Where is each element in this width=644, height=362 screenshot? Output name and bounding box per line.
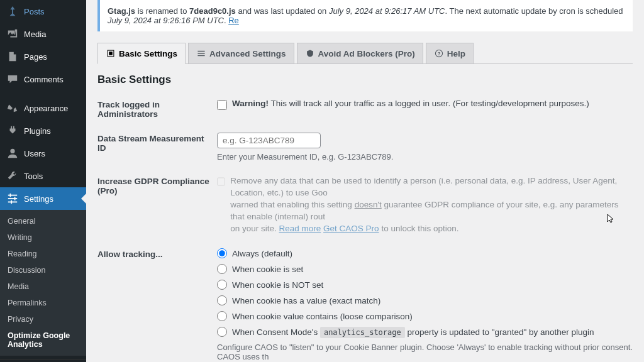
sidebar-item-label: Appearance [24,104,68,113]
submenu-general[interactable]: General [0,213,86,229]
allow-option-cookie-value[interactable]: When cookie has a value (exact match) [217,295,633,305]
gdpr-desc: Remove any data that can be used to iden… [230,175,633,234]
allow-radio-cookie-notset[interactable] [217,280,227,290]
track-admins-control[interactable]: Warning! This will track all your traffi… [217,99,633,110]
sidebar-item-media[interactable]: Media [0,23,86,45]
shield-icon [305,48,315,58]
sidebar-item-settings[interactable]: Settings [0,187,86,210]
tab-avoid-ad-blockers[interactable]: Avoid Ad Blockers (Pro) [297,43,423,63]
submenu-discussion[interactable]: Discussion [0,262,86,278]
submenu-privacy[interactable]: Privacy [0,311,86,327]
submenu-writing[interactable]: Writing [0,229,86,246]
tab-label: Advanced Settings [209,49,286,58]
svg-rect-9 [109,52,113,55]
rename-notice: Gtag.js is renamed to 7dead9c0.js and wa… [97,0,633,31]
sliders-icon [196,48,206,58]
cog-icon [106,48,116,58]
sidebar-item-tools[interactable]: Tools [0,165,86,187]
notice-date-next: July 9, 2024 at 9:26:16 PM UTC [108,16,224,25]
sidebar-item-label: Plugins [24,126,51,136]
admin-sidebar: Posts Media Pages Comments Appearance Pl… [0,0,86,362]
sidebar-item-plugins[interactable]: Plugins [0,119,86,142]
sidebar-item-label: Posts [24,7,45,16]
settings-icon [6,192,19,205]
tab-label: Avoid Ad Blockers (Pro) [318,49,415,58]
collapse-menu[interactable]: Collapse menu [0,359,86,362]
tab-bar: Basic Settings Advanced Settings Avoid A… [97,43,633,64]
tab-help[interactable]: ? Help [426,43,474,63]
notice-date-updated: July 9, 2024 at 9:26:17 AM UTC [329,6,445,16]
gdpr-getpro-link[interactable]: Get CAOS Pro [323,224,379,233]
sidebar-item-comments[interactable]: Comments [0,68,86,90]
pages-icon [6,50,19,63]
allow-option-cookie-notset[interactable]: When cookie is NOT set [217,280,633,290]
notice-filename-new: 7dead9c0.js [189,6,236,16]
sidebar-item-label: Pages [24,52,47,62]
tools-icon [6,170,19,182]
submenu-optimize-ga[interactable]: Optimize Google Analytics [0,327,86,353]
submenu-permalinks[interactable]: Permalinks [0,295,86,311]
help-icon: ? [434,48,444,58]
measurement-id-label: Data Stream Measurement ID [97,133,217,162]
sidebar-item-appearance[interactable]: Appearance [0,97,86,119]
comments-icon [6,73,19,85]
page-title: Basic Settings [97,74,633,86]
notice-link[interactable]: Re [228,16,239,25]
svg-rect-5 [14,197,16,200]
sidebar-item-posts[interactable]: Posts [0,0,86,23]
measurement-id-desc: Enter your Measurement ID, e.g. G-123ABC… [217,152,633,162]
allow-option-cookie-contains[interactable]: When cookie value contains (loose compar… [217,311,633,321]
sidebar-item-pages[interactable]: Pages [0,45,86,68]
gdpr-label: Increase GDPR Compliance (Pro) [97,175,217,234]
tab-label: Basic Settings [119,49,177,58]
track-admins-label: Track logged in Administrators [97,99,217,119]
sidebar-item-label: Media [24,30,46,39]
track-admins-checkbox[interactable] [217,100,227,110]
svg-rect-12 [197,55,204,56]
sidebar-item-label: Settings [24,194,53,204]
tab-basic-settings[interactable]: Basic Settings [97,43,186,64]
users-icon [6,147,19,160]
plugins-icon [6,124,19,137]
allow-option-cookie-set[interactable]: When cookie is set [217,264,633,274]
appearance-icon [6,102,19,114]
svg-text:?: ? [437,51,440,57]
svg-rect-11 [197,53,204,53]
tab-label: Help [447,49,465,58]
tab-advanced-settings[interactable]: Advanced Settings [188,43,294,63]
sidebar-item-label: Users [24,149,45,158]
sidebar-item-label: Tools [24,172,43,181]
allow-option-always[interactable]: Always (default) [217,248,633,258]
allow-tracking-label: Allow tracking... [97,248,217,361]
measurement-id-input[interactable] [217,133,321,148]
svg-rect-6 [11,200,12,204]
allow-radio-consent-mode[interactable] [217,327,227,337]
svg-rect-3 [8,202,17,203]
allow-option-consent-mode[interactable]: When Consent Mode's analytics_storage pr… [217,327,633,337]
allow-radio-cookie-contains[interactable] [217,311,227,321]
svg-rect-4 [10,194,11,197]
settings-submenu: General Writing Reading Discussion Media… [0,210,86,356]
svg-rect-1 [8,195,17,196]
allow-radio-always[interactable] [217,248,227,258]
allow-radio-cookie-value[interactable] [217,295,227,305]
gdpr-checkbox [217,177,225,187]
pin-icon [6,5,19,18]
svg-point-0 [10,149,14,153]
sidebar-item-label: Comments [24,75,64,84]
notice-filename-old: Gtag.js [108,6,135,16]
svg-rect-10 [197,51,204,52]
submenu-media[interactable]: Media [0,278,86,295]
allow-tracking-desc: Configure CAOS to "listen" to your Cooki… [217,343,633,361]
allow-radio-cookie-set[interactable] [217,264,227,274]
sidebar-item-users[interactable]: Users [0,142,86,165]
submenu-reading[interactable]: Reading [0,246,86,262]
media-icon [6,28,19,40]
gdpr-readmore-link[interactable]: Read more [279,224,321,233]
svg-rect-2 [8,198,17,199]
main-content: Gtag.js is renamed to 7dead9c0.js and wa… [86,0,644,362]
